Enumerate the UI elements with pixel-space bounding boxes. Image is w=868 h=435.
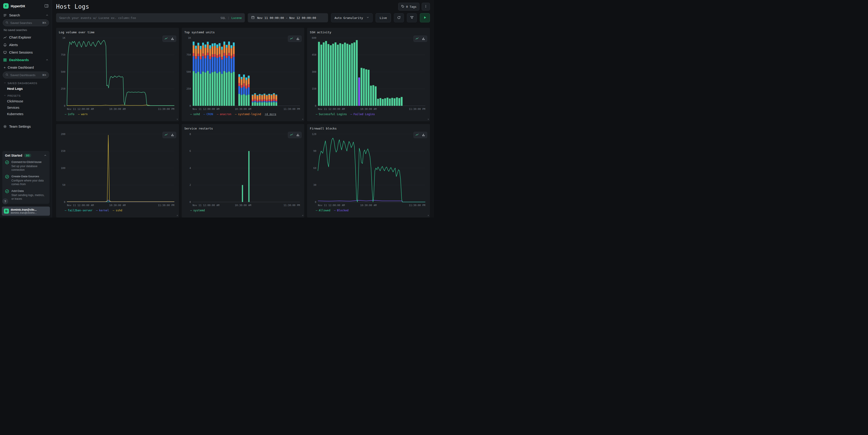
line-chart-icon[interactable]: [163, 36, 169, 41]
resize-handle-icon[interactable]: [176, 213, 178, 217]
event-search-input[interactable]: Search your events w/ Lucene ex. column:…: [56, 13, 245, 22]
legend-item: —sshd: [190, 113, 200, 116]
play-icon: [423, 16, 427, 20]
granularity-select[interactable]: Auto Granularity: [331, 13, 372, 22]
refresh-icon: [397, 16, 401, 20]
svg-text:6: 6: [189, 150, 191, 153]
presets-section-header[interactable]: PRESETS: [0, 92, 52, 98]
saved-dashboards-section-header[interactable]: SAVED DASHBOARDS: [0, 79, 52, 86]
chevron-up-icon: [44, 154, 47, 157]
chart-title: Firewall blocks: [310, 127, 427, 130]
logo-row: HyperDX: [0, 0, 52, 11]
gear-icon: [3, 125, 7, 128]
chart-type-toggle[interactable]: [413, 36, 427, 42]
run-query-button[interactable]: [420, 13, 430, 22]
sidebar-item-alerts[interactable]: Alerts: [0, 41, 52, 49]
sidebar-item-label: Chart Explorer: [9, 35, 31, 39]
line-chart-icon[interactable]: [414, 132, 420, 137]
svg-text:Nov 11 12:00:00 AM: Nov 11 12:00:00 AM: [67, 107, 94, 111]
lucene-toggle[interactable]: Lucene: [231, 16, 242, 20]
create-dashboard-button[interactable]: + Create Dashboard: [0, 64, 52, 71]
check-circle-icon: [5, 175, 9, 179]
bar-chart-icon[interactable]: [295, 132, 301, 137]
get-started-item-text: Add DataStart sending logs, metrics, or …: [11, 189, 47, 200]
chart-legend: —info—warn: [59, 113, 176, 116]
chart-type-toggle[interactable]: [162, 36, 176, 42]
user-account-button[interactable]: D dominic.tran@clic... dominic.tran@clic…: [2, 207, 50, 216]
saved-dashboard-host-logs[interactable]: Host Logs: [0, 86, 52, 92]
get-started-header[interactable]: Get Started 3/3: [5, 154, 47, 157]
date-range-button[interactable]: Nov 11 00:00:00 - Nov 12 00:00:00: [248, 13, 328, 22]
sidebar-item-chart-explorer[interactable]: Chart Explorer: [0, 33, 52, 41]
bar-chart-icon[interactable]: [169, 36, 176, 41]
sidebar-item-search[interactable]: Search: [0, 11, 52, 19]
section-label: SAVED DASHBOARDS: [7, 82, 37, 85]
tag-icon: [401, 5, 404, 9]
svg-text:150: 150: [61, 150, 65, 153]
svg-text:11:30:00 PM: 11:30:00 PM: [283, 107, 300, 111]
granularity-label: Auto Granularity: [334, 16, 363, 20]
chart-type-toggle[interactable]: [288, 132, 302, 138]
sidebar-item-team-settings[interactable]: Team Settings: [0, 123, 52, 130]
chart-type-toggle[interactable]: [162, 132, 176, 138]
saved-searches-input[interactable]: Saved Searches ⌘K: [3, 20, 49, 26]
help-button[interactable]: ?: [2, 198, 8, 204]
get-started-item[interactable]: Create Data SourcesConfigure where your …: [5, 175, 47, 186]
query-language-toggle: SQL | Lucene: [220, 16, 242, 20]
tags-button[interactable]: 0 Tags: [398, 3, 420, 10]
get-started-item[interactable]: Add DataStart sending logs, metrics, or …: [5, 189, 47, 200]
legend-item: —info: [65, 113, 74, 116]
preset-clickhouse[interactable]: ClickHouse: [0, 98, 52, 104]
sql-toggle[interactable]: SQL: [220, 16, 226, 20]
line-chart-icon[interactable]: [163, 132, 169, 137]
resize-handle-icon[interactable]: [427, 213, 429, 217]
get-started-item[interactable]: Connect to ClickHouseSet up your databas…: [5, 160, 47, 172]
resize-handle-icon[interactable]: [301, 213, 303, 217]
shortcut-hint: ⌘K: [42, 74, 46, 76]
saved-dashboards-input[interactable]: Saved Dashboards ⌘K: [3, 71, 49, 79]
chevron-down-icon: [366, 16, 369, 20]
line-chart-icon[interactable]: [414, 36, 420, 41]
kebab-icon: [424, 5, 427, 9]
sidebar-collapse-icon[interactable]: [44, 4, 49, 8]
grid-icon: [3, 58, 7, 62]
more-menu-button[interactable]: [422, 3, 430, 10]
resize-handle-icon[interactable]: [176, 117, 178, 121]
user-meta: dominic.tran@clic... dominic.tran@clickh…: [11, 208, 37, 214]
line-chart-icon[interactable]: [288, 132, 294, 137]
svg-text:10:30:00 AM: 10:30:00 AM: [109, 204, 126, 207]
resize-handle-icon[interactable]: [301, 117, 303, 121]
preset-kubernetes[interactable]: Kubernetes: [0, 111, 52, 117]
refresh-button[interactable]: [394, 13, 404, 22]
check-circle-icon: [5, 160, 9, 164]
line-chart-icon[interactable]: [288, 36, 294, 41]
logo-text: HyperDX: [11, 4, 42, 8]
bar-chart-icon[interactable]: [295, 36, 301, 41]
saved-searches-placeholder: Saved Searches: [10, 21, 32, 25]
sidebar-item-dashboards[interactable]: Dashboards: [0, 56, 52, 64]
chart-type-toggle[interactable]: [413, 132, 427, 138]
sidebar-item-client-sessions[interactable]: Client Sessions: [0, 49, 52, 56]
resize-handle-icon[interactable]: [427, 117, 429, 121]
legend-item: —sshd: [113, 209, 122, 212]
chevron-up-icon: [45, 58, 49, 61]
filter-button[interactable]: [407, 13, 417, 22]
bar-chart-icon[interactable]: [421, 36, 427, 41]
shortcut-hint: ⌘K: [42, 22, 46, 24]
svg-text:600: 600: [312, 36, 316, 39]
chart-plot: 0150300450600Nov 11 12:00:00 AM10:30:00 …: [310, 36, 427, 111]
svg-text:10:30:00 AM: 10:30:00 AM: [235, 204, 251, 207]
get-started-item-title: Create Data Sources: [11, 175, 47, 178]
get-started-items: Connect to ClickHouseSet up your databas…: [5, 160, 47, 200]
chart-legend: —Allowed—Blocked: [310, 209, 427, 212]
live-button[interactable]: Live: [376, 13, 391, 22]
chevron-up-icon: [45, 14, 49, 17]
chart-plot: 02505007501KNov 11 12:00:00 AM10:30:00 A…: [59, 36, 176, 111]
legend-more-link[interactable]: +4 more: [265, 113, 276, 116]
chart-legend: —systemd: [184, 209, 302, 212]
svg-text:0: 0: [315, 104, 316, 107]
preset-services[interactable]: Services: [0, 104, 52, 111]
bar-chart-icon[interactable]: [421, 132, 427, 137]
bar-chart-icon[interactable]: [169, 132, 176, 137]
chart-type-toggle[interactable]: [288, 36, 302, 42]
